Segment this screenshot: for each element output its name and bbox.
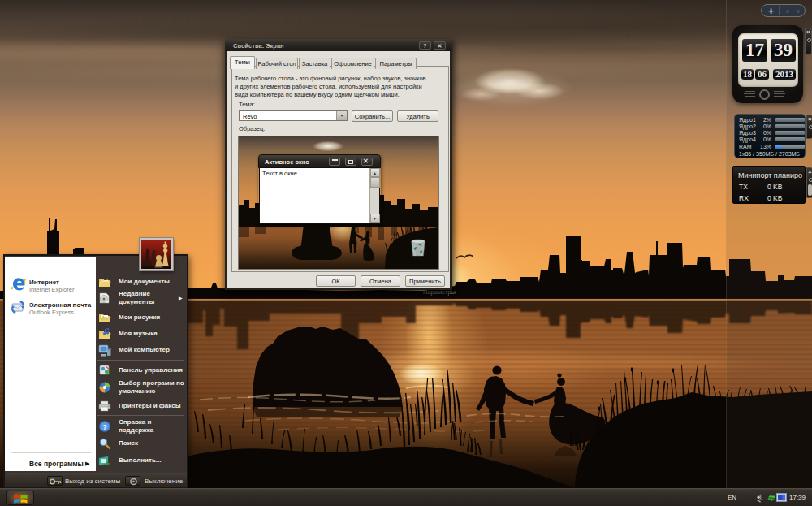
svg-text:?: ? <box>102 423 107 431</box>
